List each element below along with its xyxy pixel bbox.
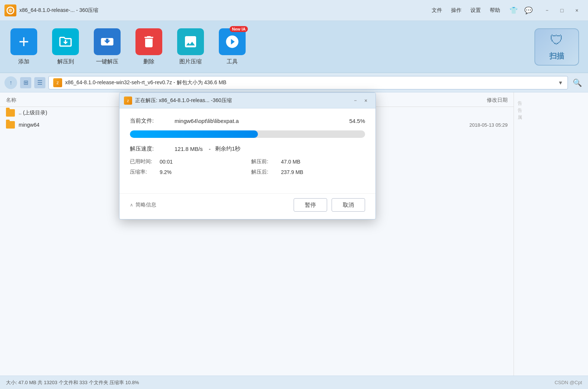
size-after: 解压后: 237.9 MB [251,169,365,175]
separator: - [209,146,211,152]
dialog-footer: ∧ 简略信息 暂停 取消 [119,193,376,219]
speed-row: 解压速度: 121.8 MB/s - 剩余约1秒 [130,145,365,152]
dialog-title: 正在解压: x86_64-8.1.0-releas... -360压缩 [135,97,350,104]
ratio-value: 9.2% [160,169,172,175]
current-file-row: 当前文件: mingw64\opt\lib\libexpat.a 54.5% [130,117,365,124]
brief-info-button[interactable]: ∧ 简略信息 [130,202,289,208]
current-file-label: 当前文件: [130,117,175,124]
ratio-label: 压缩率: [130,169,160,175]
speed-value: 121.8 MB/s [175,146,203,152]
size-after-value: 237.9 MB [281,169,303,175]
remaining-text: 剩余约1秒 [215,145,240,152]
chevron-up-icon: ∧ [130,202,133,208]
progress-bar-container [130,130,365,138]
brief-info-label: 简略信息 [135,202,156,208]
time-value: 00:01 [160,159,173,165]
size-before-value: 47.0 MB [281,159,300,165]
compress-ratio: 压缩率: 9.2% [130,169,244,175]
dialog-body: 当前文件: mingw64\opt\lib\libexpat.a 54.5% 解… [119,108,376,193]
time-used: 已用时间: 00:01 [130,158,244,165]
extraction-dialog: z 正在解压: x86_64-8.1.0-releas... -360压缩 － … [119,92,376,219]
current-file-value: mingw64\opt\lib\libexpat.a [175,118,349,124]
progress-percent-text: 54.5% [349,118,365,124]
dialog-close-button[interactable]: × [361,96,371,105]
size-before: 解压前: 47.0 MB [251,158,365,165]
size-before-label: 解压前: [251,158,281,165]
size-after-label: 解压后: [251,169,281,175]
cancel-button[interactable]: 取消 [332,198,365,212]
pause-button[interactable]: 暂停 [294,198,327,212]
dialog-minimize-button[interactable]: － [350,96,361,105]
dialog-title-bar: z 正在解压: x86_64-8.1.0-releas... -360压缩 － … [119,93,376,108]
dialog-overlay: z 正在解压: x86_64-8.1.0-releas... -360压缩 － … [0,0,588,389]
speed-label: 解压速度: [130,145,175,152]
stats-grid: 已用时间: 00:01 解压前: 47.0 MB 压缩率: 9.2% 解压后: … [130,158,365,175]
time-label: 已用时间: [130,158,160,165]
progress-bar-fill [130,130,258,138]
dialog-icon: z [124,97,132,105]
